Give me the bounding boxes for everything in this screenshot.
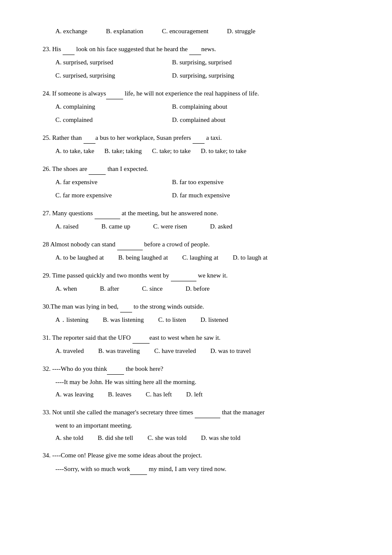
- option-c: C. encouragement: [162, 26, 208, 37]
- q25-opt-d: D. to take; to take: [201, 145, 246, 157]
- q30-blank: [120, 301, 132, 312]
- q29-text: 29. Time passed quickly and two months w…: [43, 269, 358, 281]
- q32-line2: ----It may be John. He was sitting here …: [55, 376, 358, 388]
- q27-opt-a: A. raised: [55, 221, 78, 232]
- q29-blank: [171, 269, 196, 281]
- q26-opt-d: D. far much expensive: [172, 190, 230, 201]
- q33-blank: [195, 406, 220, 418]
- q28-opt-d: D. to laugh at: [233, 252, 268, 263]
- q32-opt-b: B. leaves: [108, 389, 131, 400]
- q28-blank: [117, 238, 143, 250]
- option-b: B. explanation: [106, 26, 143, 37]
- question-24: 24. If someone is always life, he will n…: [43, 87, 358, 126]
- q24-opt-a: A. complaining: [55, 101, 153, 113]
- q28-opt-c: C. laughing at: [182, 252, 219, 263]
- q23-options-row2: C. surprised, surprising D. surprising, …: [55, 70, 358, 81]
- q33-opt-a: A. she told: [55, 432, 83, 444]
- q23-opt-c: C. surprised, surprising: [55, 70, 153, 81]
- q31-blank: [133, 332, 150, 344]
- q31-opt-c: C. have traveled: [154, 345, 196, 357]
- q28-text: 28 Almost nobody can stand before a crow…: [43, 238, 358, 250]
- q26-blank: [89, 163, 106, 175]
- q33-line2: went to an important meeting.: [55, 420, 358, 431]
- q25-options-row: A. to take, take B. take; taking C. take…: [55, 145, 358, 157]
- q25-opt-b: B. take; taking: [104, 145, 142, 157]
- q32-opt-a: A. was leaving: [55, 389, 94, 400]
- q30-text: 30.The man was lying in bed, to the stro…: [43, 301, 358, 312]
- q26-opt-a: A. far expensive: [55, 176, 153, 188]
- q23-opt-d: D. surprising, surprising: [172, 70, 234, 81]
- q25-blank2: [193, 132, 205, 144]
- q26-opt-b: B. far too expensive: [172, 176, 224, 188]
- q25-opt-a: A. to take, take: [55, 145, 94, 157]
- q33-options-row: A. she told B. did she tell C. she was t…: [55, 432, 358, 444]
- q34-line2: ----Sorry, with so much work my mind, I …: [55, 463, 358, 475]
- question-27: 27. Many questions at the meeting, but h…: [43, 207, 358, 232]
- q27-opt-c: C. were risen: [153, 221, 187, 232]
- q29-opt-c: C. since: [142, 283, 162, 295]
- q32-opt-c: C. has left: [146, 389, 172, 400]
- q24-text: 24. If someone is always life, he will n…: [43, 87, 358, 99]
- question-23: 23. His look on his face suggested that …: [43, 43, 358, 81]
- q30-opt-b: B. was listening: [103, 314, 144, 326]
- q27-blank: [95, 207, 120, 219]
- q31-text: 31. The reporter said that the UFO east …: [43, 332, 358, 344]
- question-28: 28 Almost nobody can stand before a crow…: [43, 238, 358, 263]
- q29-opt-a: A. when: [55, 283, 77, 295]
- q23-blank1: [63, 43, 75, 55]
- q23-opt-a: A. surprised, surprised: [55, 57, 153, 68]
- option-a: A. exchange: [55, 26, 87, 37]
- q23-blank2: [189, 43, 201, 55]
- q30-opt-d: D. listened: [200, 314, 228, 326]
- question-30: 30.The man was lying in bed, to the stro…: [43, 301, 358, 326]
- q31-opt-a: A. traveled: [55, 345, 84, 357]
- exam-content: A. exchange B. explanation C. encouragem…: [43, 26, 358, 475]
- question-32: 32. ----Who do you think the book here? …: [43, 363, 358, 400]
- q29-options-row: A. when B. after C. since D. before: [55, 283, 358, 295]
- q28-options-row: A. to be laughed at B. being laughed at …: [55, 252, 358, 263]
- q26-text: 26. The shoes are than I expected.: [43, 163, 358, 175]
- q34-line1: 34. ----Come on! Please give me some ide…: [43, 450, 358, 461]
- q30-options-row: A．listening B. was listening C. to liste…: [55, 314, 358, 326]
- q24-options-row1: A. complaining B. complaining about: [55, 101, 358, 113]
- q24-options-row2: C. complained D. complained about: [55, 114, 358, 126]
- question-34: 34. ----Come on! Please give me some ide…: [43, 450, 358, 475]
- q27-opt-b: B. came up: [101, 221, 130, 232]
- q24-blank: [106, 87, 123, 99]
- q29-opt-b: B. after: [100, 283, 119, 295]
- intro-options-row: A. exchange B. explanation C. encouragem…: [55, 26, 358, 37]
- q24-opt-b: B. complaining about: [172, 101, 228, 113]
- q23-options-row1: A. surprised, surprised B. surprising, s…: [55, 57, 358, 68]
- q32-line1: 32. ----Who do you think the book here?: [43, 363, 358, 375]
- q31-opt-b: B. was traveling: [98, 345, 140, 357]
- q25-blank1: [84, 132, 95, 144]
- q33-opt-d: D. was she told: [201, 432, 241, 444]
- q28-opt-a: A. to be laughed at: [55, 252, 104, 263]
- q27-opt-d: D. asked: [210, 221, 233, 232]
- q32-opt-d: D. left: [186, 389, 202, 400]
- option-d: D. struggle: [227, 26, 256, 37]
- q32-blank: [107, 363, 124, 375]
- q24-opt-d: D. complained about: [172, 114, 225, 126]
- q27-text: 27. Many questions at the meeting, but h…: [43, 207, 358, 219]
- q33-line1: 33. Not until she called the manager's s…: [43, 406, 358, 418]
- q24-opt-c: C. complained: [55, 114, 153, 126]
- q30-opt-a: A．listening: [55, 314, 89, 326]
- q25-opt-c: C. take; to take: [152, 145, 191, 157]
- q29-opt-d: D. before: [185, 283, 210, 295]
- q27-options-row: A. raised B. came up C. were risen D. as…: [55, 221, 358, 232]
- q26-opt-c: C. far more expensive: [55, 190, 153, 201]
- q28-opt-b: B. being laughed at: [118, 252, 168, 263]
- q33-opt-c: C. she was told: [147, 432, 187, 444]
- q23-text: 23. His look on his face suggested that …: [43, 43, 358, 55]
- q31-options-row: A. traveled B. was traveling C. have tra…: [55, 345, 358, 357]
- question-33: 33. Not until she called the manager's s…: [43, 406, 358, 444]
- q31-opt-d: D. was to travel: [210, 345, 251, 357]
- q26-options-row2: C. far more expensive D. far much expens…: [55, 190, 358, 201]
- q33-opt-b: B. did she tell: [98, 432, 133, 444]
- question-29: 29. Time passed quickly and two months w…: [43, 269, 358, 295]
- q26-options-row1: A. far expensive B. far too expensive: [55, 176, 358, 188]
- q30-opt-c: C. to listen: [158, 314, 186, 326]
- question-31: 31. The reporter said that the UFO east …: [43, 332, 358, 357]
- question-26: 26. The shoes are than I expected. A. fa…: [43, 163, 358, 201]
